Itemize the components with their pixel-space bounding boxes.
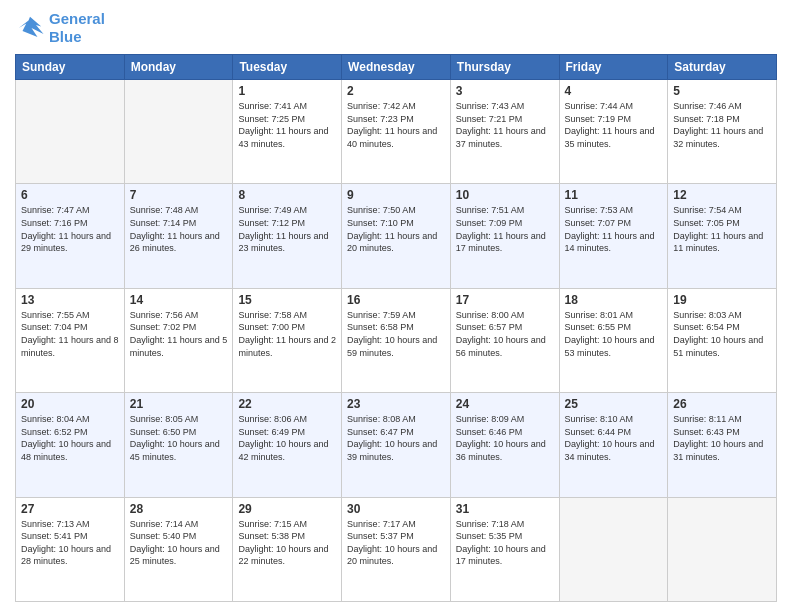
calendar-cell: 10Sunrise: 7:51 AM Sunset: 7:09 PM Dayli…: [450, 184, 559, 288]
day-number: 21: [130, 397, 228, 411]
page: General Blue SundayMondayTuesdayWednesda…: [0, 0, 792, 612]
day-info: Sunrise: 8:01 AM Sunset: 6:55 PM Dayligh…: [565, 309, 663, 359]
day-info: Sunrise: 7:18 AM Sunset: 5:35 PM Dayligh…: [456, 518, 554, 568]
day-number: 17: [456, 293, 554, 307]
day-info: Sunrise: 7:15 AM Sunset: 5:38 PM Dayligh…: [238, 518, 336, 568]
calendar-cell: 7Sunrise: 7:48 AM Sunset: 7:14 PM Daylig…: [124, 184, 233, 288]
day-info: Sunrise: 7:47 AM Sunset: 7:16 PM Dayligh…: [21, 204, 119, 254]
day-number: 8: [238, 188, 336, 202]
header: General Blue: [15, 10, 777, 46]
calendar-cell: 11Sunrise: 7:53 AM Sunset: 7:07 PM Dayli…: [559, 184, 668, 288]
calendar-cell: 31Sunrise: 7:18 AM Sunset: 5:35 PM Dayli…: [450, 497, 559, 601]
calendar-cell: 9Sunrise: 7:50 AM Sunset: 7:10 PM Daylig…: [342, 184, 451, 288]
day-info: Sunrise: 8:10 AM Sunset: 6:44 PM Dayligh…: [565, 413, 663, 463]
day-number: 29: [238, 502, 336, 516]
day-info: Sunrise: 7:58 AM Sunset: 7:00 PM Dayligh…: [238, 309, 336, 359]
day-number: 16: [347, 293, 445, 307]
day-number: 26: [673, 397, 771, 411]
day-number: 9: [347, 188, 445, 202]
calendar-week-row: 6Sunrise: 7:47 AM Sunset: 7:16 PM Daylig…: [16, 184, 777, 288]
calendar-cell: 6Sunrise: 7:47 AM Sunset: 7:16 PM Daylig…: [16, 184, 125, 288]
day-number: 15: [238, 293, 336, 307]
day-info: Sunrise: 7:53 AM Sunset: 7:07 PM Dayligh…: [565, 204, 663, 254]
calendar-cell: [559, 497, 668, 601]
weekday-header: Monday: [124, 55, 233, 80]
day-number: 27: [21, 502, 119, 516]
day-number: 22: [238, 397, 336, 411]
day-number: 12: [673, 188, 771, 202]
day-info: Sunrise: 7:48 AM Sunset: 7:14 PM Dayligh…: [130, 204, 228, 254]
day-info: Sunrise: 7:13 AM Sunset: 5:41 PM Dayligh…: [21, 518, 119, 568]
calendar-week-row: 13Sunrise: 7:55 AM Sunset: 7:04 PM Dayli…: [16, 288, 777, 392]
weekday-header-row: SundayMondayTuesdayWednesdayThursdayFrid…: [16, 55, 777, 80]
calendar-cell: 24Sunrise: 8:09 AM Sunset: 6:46 PM Dayli…: [450, 393, 559, 497]
calendar-cell: 13Sunrise: 7:55 AM Sunset: 7:04 PM Dayli…: [16, 288, 125, 392]
day-number: 2: [347, 84, 445, 98]
calendar-cell: 14Sunrise: 7:56 AM Sunset: 7:02 PM Dayli…: [124, 288, 233, 392]
day-number: 4: [565, 84, 663, 98]
calendar-cell: 27Sunrise: 7:13 AM Sunset: 5:41 PM Dayli…: [16, 497, 125, 601]
calendar-cell: 21Sunrise: 8:05 AM Sunset: 6:50 PM Dayli…: [124, 393, 233, 497]
day-number: 1: [238, 84, 336, 98]
day-info: Sunrise: 8:08 AM Sunset: 6:47 PM Dayligh…: [347, 413, 445, 463]
calendar-week-row: 1Sunrise: 7:41 AM Sunset: 7:25 PM Daylig…: [16, 80, 777, 184]
day-number: 13: [21, 293, 119, 307]
day-number: 28: [130, 502, 228, 516]
calendar-cell: 20Sunrise: 8:04 AM Sunset: 6:52 PM Dayli…: [16, 393, 125, 497]
day-number: 24: [456, 397, 554, 411]
day-info: Sunrise: 7:55 AM Sunset: 7:04 PM Dayligh…: [21, 309, 119, 359]
day-number: 6: [21, 188, 119, 202]
weekday-header: Wednesday: [342, 55, 451, 80]
calendar-cell: 12Sunrise: 7:54 AM Sunset: 7:05 PM Dayli…: [668, 184, 777, 288]
day-info: Sunrise: 8:00 AM Sunset: 6:57 PM Dayligh…: [456, 309, 554, 359]
calendar-cell: [16, 80, 125, 184]
day-number: 23: [347, 397, 445, 411]
calendar-cell: 5Sunrise: 7:46 AM Sunset: 7:18 PM Daylig…: [668, 80, 777, 184]
calendar-cell: 29Sunrise: 7:15 AM Sunset: 5:38 PM Dayli…: [233, 497, 342, 601]
day-number: 18: [565, 293, 663, 307]
day-info: Sunrise: 7:43 AM Sunset: 7:21 PM Dayligh…: [456, 100, 554, 150]
logo-text2: Blue: [49, 28, 105, 46]
calendar-cell: 23Sunrise: 8:08 AM Sunset: 6:47 PM Dayli…: [342, 393, 451, 497]
day-info: Sunrise: 8:06 AM Sunset: 6:49 PM Dayligh…: [238, 413, 336, 463]
day-info: Sunrise: 8:04 AM Sunset: 6:52 PM Dayligh…: [21, 413, 119, 463]
day-info: Sunrise: 8:03 AM Sunset: 6:54 PM Dayligh…: [673, 309, 771, 359]
calendar-cell: 28Sunrise: 7:14 AM Sunset: 5:40 PM Dayli…: [124, 497, 233, 601]
calendar-week-row: 27Sunrise: 7:13 AM Sunset: 5:41 PM Dayli…: [16, 497, 777, 601]
calendar-week-row: 20Sunrise: 8:04 AM Sunset: 6:52 PM Dayli…: [16, 393, 777, 497]
calendar-cell: 4Sunrise: 7:44 AM Sunset: 7:19 PM Daylig…: [559, 80, 668, 184]
calendar-cell: 15Sunrise: 7:58 AM Sunset: 7:00 PM Dayli…: [233, 288, 342, 392]
weekday-header: Tuesday: [233, 55, 342, 80]
weekday-header: Friday: [559, 55, 668, 80]
logo-text: General: [49, 10, 105, 28]
day-info: Sunrise: 7:51 AM Sunset: 7:09 PM Dayligh…: [456, 204, 554, 254]
day-number: 5: [673, 84, 771, 98]
day-info: Sunrise: 8:09 AM Sunset: 6:46 PM Dayligh…: [456, 413, 554, 463]
weekday-header: Saturday: [668, 55, 777, 80]
day-info: Sunrise: 7:41 AM Sunset: 7:25 PM Dayligh…: [238, 100, 336, 150]
day-info: Sunrise: 7:14 AM Sunset: 5:40 PM Dayligh…: [130, 518, 228, 568]
day-number: 20: [21, 397, 119, 411]
logo-bird-icon: [15, 13, 45, 43]
day-number: 19: [673, 293, 771, 307]
calendar-cell: 2Sunrise: 7:42 AM Sunset: 7:23 PM Daylig…: [342, 80, 451, 184]
day-number: 14: [130, 293, 228, 307]
calendar-table: SundayMondayTuesdayWednesdayThursdayFrid…: [15, 54, 777, 602]
day-number: 30: [347, 502, 445, 516]
day-info: Sunrise: 7:54 AM Sunset: 7:05 PM Dayligh…: [673, 204, 771, 254]
day-info: Sunrise: 7:42 AM Sunset: 7:23 PM Dayligh…: [347, 100, 445, 150]
calendar-cell: 1Sunrise: 7:41 AM Sunset: 7:25 PM Daylig…: [233, 80, 342, 184]
calendar-cell: 25Sunrise: 8:10 AM Sunset: 6:44 PM Dayli…: [559, 393, 668, 497]
logo: General Blue: [15, 10, 105, 46]
day-info: Sunrise: 8:11 AM Sunset: 6:43 PM Dayligh…: [673, 413, 771, 463]
calendar-cell: 8Sunrise: 7:49 AM Sunset: 7:12 PM Daylig…: [233, 184, 342, 288]
day-number: 3: [456, 84, 554, 98]
calendar-cell: 16Sunrise: 7:59 AM Sunset: 6:58 PM Dayli…: [342, 288, 451, 392]
day-number: 11: [565, 188, 663, 202]
svg-marker-0: [19, 17, 44, 37]
calendar-cell: 30Sunrise: 7:17 AM Sunset: 5:37 PM Dayli…: [342, 497, 451, 601]
day-info: Sunrise: 7:56 AM Sunset: 7:02 PM Dayligh…: [130, 309, 228, 359]
day-info: Sunrise: 8:05 AM Sunset: 6:50 PM Dayligh…: [130, 413, 228, 463]
day-info: Sunrise: 7:50 AM Sunset: 7:10 PM Dayligh…: [347, 204, 445, 254]
day-number: 31: [456, 502, 554, 516]
